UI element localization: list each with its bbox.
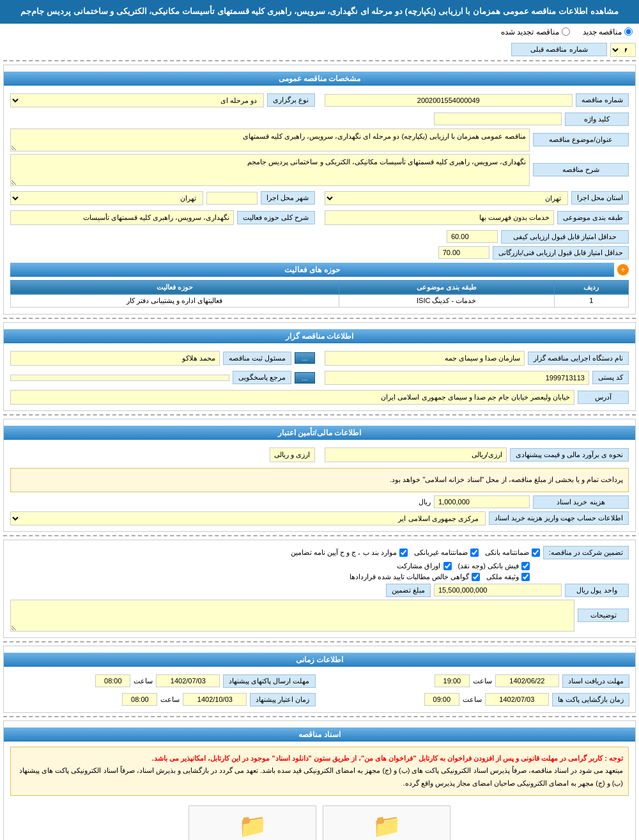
general-specs-title: مشخصات مناقصه عمومی <box>4 72 635 86</box>
col-header-row: ردیف <box>554 280 628 294</box>
city-select[interactable]: تهران <box>10 191 203 205</box>
activity-zones-subsection: + حوزه های فعالیت ردیف طبقه بندی موضوعی … <box>10 263 629 307</box>
organizer-title: اطلاعات مناقصه گزار <box>4 329 635 343</box>
category-label: طبقه بندی موضوعی <box>557 211 629 224</box>
tender-docs-title: اسناد مناقصه <box>4 727 635 742</box>
purchase-fee-label: هزینه خرید اسناد <box>533 495 629 509</box>
keyword-row: کلید واژه <box>10 113 629 126</box>
time-section-title: اطلاعات زمانی <box>4 653 635 667</box>
guarantee-section: تضمین شرکت در مناقصه: ضمانتنامه بانکی ضم… <box>3 540 636 638</box>
new-tender-radio[interactable]: مناقصه جدید <box>583 27 633 36</box>
receive-doc-date[interactable] <box>495 674 559 687</box>
open-offer-date[interactable] <box>485 693 549 706</box>
org-name-label: نام دستگاه اجرایی مناقصه گزار <box>528 352 629 365</box>
budget-method-row: نحوه ی برآورد مالی و قیمت پیشنهادی ارزی/… <box>7 445 632 465</box>
budget-unit-value: ارزی و ریالی <box>270 447 314 462</box>
guarantee-certificate[interactable]: گواهی خالص مطالبات تایید شده قراردادها <box>350 573 480 581</box>
expand-button[interactable]: + <box>617 264 629 276</box>
guarantee-amount-input[interactable] <box>434 584 562 596</box>
guarantee-bank-note[interactable]: ضمانتنامه بانکی <box>485 548 540 557</box>
postal-label: کد پستی <box>592 371 629 384</box>
guarantee-property[interactable]: وثیقه ملکی <box>486 573 530 581</box>
time-row1: مهلت دریافت اسناد ساعت مهلت ارسال پاکتها… <box>7 672 632 690</box>
validity-date[interactable] <box>183 693 247 706</box>
min-quality-row: حداقل امتیاز قابل قبول ارزیابی کیفی <box>10 230 629 244</box>
guarantee-desc-row: توضیحات <box>10 600 629 632</box>
account-info-select[interactable]: مرکزی جمهوری اسلامی ایر <box>10 511 486 525</box>
send-offer-date[interactable] <box>156 674 220 687</box>
guarantee-unit-label: واحد پول ریال <box>565 584 629 597</box>
guarantee-cases[interactable]: موارد بند ب ، ج و ح آیین نامه تضامین <box>291 548 408 557</box>
keyword-input[interactable] <box>434 113 562 125</box>
tender-type-options: مناقصه جدید مناقصه تجدید شده <box>0 24 639 40</box>
validity-label: زمان اعتبار پیشنهاد <box>250 693 315 706</box>
description-textarea[interactable]: نگهداری، سرویس، راهبری کلیه قسمتهای تأسی… <box>10 154 530 186</box>
postal-value: 1999713113 <box>325 371 589 385</box>
financial-title: اطلاعات مالی/تأمین اعتبار <box>4 426 635 440</box>
min-tech-label: حداقل امتیاز قابل قبول ارزیابی فنی/بازرگ… <box>493 246 629 260</box>
activity-desc-label: شرح کلی حوزه فعالیت <box>237 211 314 224</box>
min-quality-label: حداقل امتیاز قابل قبول ارزیابی کیفی <box>501 230 629 244</box>
tender-number-label: شماره مناقصه <box>576 93 629 107</box>
address-value: خیابان ولیعصر خیابان جام جم صدا و سیمای … <box>10 390 574 405</box>
min-quality-input[interactable] <box>447 230 498 243</box>
ref-btn[interactable]: ... <box>295 372 314 384</box>
responsible-label: مسئول ثبت مناقصه <box>223 352 291 365</box>
ref-label: مرجع پاسخگویی <box>233 371 291 384</box>
row-number: 1 <box>554 294 628 307</box>
guarantee-desc-textarea[interactable] <box>10 600 574 632</box>
open-offer-label: زمان بازگشایی پاکت ها <box>552 693 629 706</box>
row-activity: فعالیتهای اداره و پشتیبانی دفتر کار <box>11 294 339 307</box>
col-header-activity: حوزه فعالیت <box>11 280 339 294</box>
title-row: عنوان/موضوع مناقصه مناقصه عمومی همزمان ب… <box>10 128 629 152</box>
min-tech-input[interactable] <box>438 246 489 259</box>
activity-zones-title: حوزه های فعالیت <box>10 263 614 277</box>
contract-type-label: نوع برگزاری <box>267 93 314 107</box>
title-textarea[interactable]: مناقصه عمومی همزمان با ارزیابی (یکپارچه)… <box>10 128 530 152</box>
province-label: استان محل اجرا <box>571 191 629 205</box>
note-body: میتعهد می شود در اسناد مناقصه، صرفاً پذی… <box>19 766 623 787</box>
purchase-fee-row: هزینه خرید اسناد ریال <box>10 495 629 509</box>
tender-number-input[interactable] <box>325 94 573 107</box>
guarantee-type-row: تضمین شرکت در مناقصه: ضمانتنامه بانکی ضم… <box>10 546 629 559</box>
time-section: اطلاعات زمانی مهلت دریافت اسناد ساعت مهل… <box>3 646 636 713</box>
open-offer-time[interactable] <box>424 693 459 706</box>
guarantee-amount-row: واحد پول ریال مبلغ تضمین <box>10 584 629 597</box>
guarantee-bonds[interactable]: اوراق مشارکت <box>397 562 451 570</box>
time-row2: زمان بازگشایی پاکت ها ساعت زمان اعتبار پ… <box>7 690 632 709</box>
renewed-tender-radio[interactable]: مناقصه تجدید شده <box>501 27 570 36</box>
address-label: آدرس <box>578 391 629 404</box>
note-red: توجه : کاربر گرامی در مهلت قانونی و پس ا… <box>152 754 623 762</box>
file-row-1: 📁 شرایط و ضوابط مناقصه 419 KB 5 MB 📁 اسن… <box>7 799 632 840</box>
guarantee-type2-row: فیش بانکی (وجه نقد) اوراق مشارکت <box>10 562 629 570</box>
guarantee-non-bank[interactable]: ضمانتنامه غیربانکی <box>414 548 479 557</box>
table-row: 1 خدمات - کدینگ ISIC فعالیتهای اداره و پ… <box>11 294 629 307</box>
previous-tender-select[interactable]: ▼ <box>610 43 636 57</box>
previous-tender-row: ▼ شماره مناقصه قبلی <box>3 43 636 57</box>
col-header-category: طبقه بندی موضوعی <box>339 280 554 294</box>
contract-type-select[interactable]: دو مرحله ای <box>10 93 264 107</box>
city-input[interactable] <box>206 192 258 205</box>
account-info-row: اطلاعات حساب جهت واریز هزینه خرید اسناد … <box>10 511 629 525</box>
address-row: آدرس خیابان ولیعصر خیابان جام جم صدا و س… <box>10 390 629 405</box>
city-label: شهر محل اجرا <box>261 191 314 205</box>
send-offer-label: مهلت ارسال پاکتهای پیشنهاد <box>223 674 315 688</box>
ref-value <box>10 375 229 381</box>
page-header: مشاهده اطلاعات مناقصه عمومی همزمان با ار… <box>0 0 639 24</box>
province-select[interactable]: تهران <box>325 191 568 205</box>
purchase-fee-unit: ریال <box>419 498 431 506</box>
file-box-conditions: 📁 شرایط و ضوابط مناقصه 419 KB 5 MB <box>323 805 450 840</box>
guarantee-cash[interactable]: فیش بانکی (وجه نقد) <box>458 562 530 570</box>
financial-section: اطلاعات مالی/تأمین اعتبار نحوه ی برآورد … <box>3 419 636 532</box>
activity-category-row: طبقه بندی موضوعی خدمات بدون فهرست بها شر… <box>7 208 632 228</box>
tender-number-row: شماره مناقصه نوع برگزاری دو مرحله ای <box>7 91 632 110</box>
send-offer-time[interactable] <box>95 674 130 687</box>
file-icon-conditions: 📁 <box>373 813 401 839</box>
category-value: خدمات بدون فهرست بها <box>325 210 554 225</box>
responsible-btn[interactable]: ... <box>295 352 314 364</box>
receive-doc-time[interactable] <box>435 674 470 687</box>
responsible-value: محمد هلاکو <box>10 351 220 366</box>
payment-note: پرداخت تمام و یا بخشی از مبلغ مناقصه، از… <box>10 468 629 492</box>
validity-time[interactable] <box>122 693 157 706</box>
purchase-fee-input[interactable] <box>434 495 530 508</box>
